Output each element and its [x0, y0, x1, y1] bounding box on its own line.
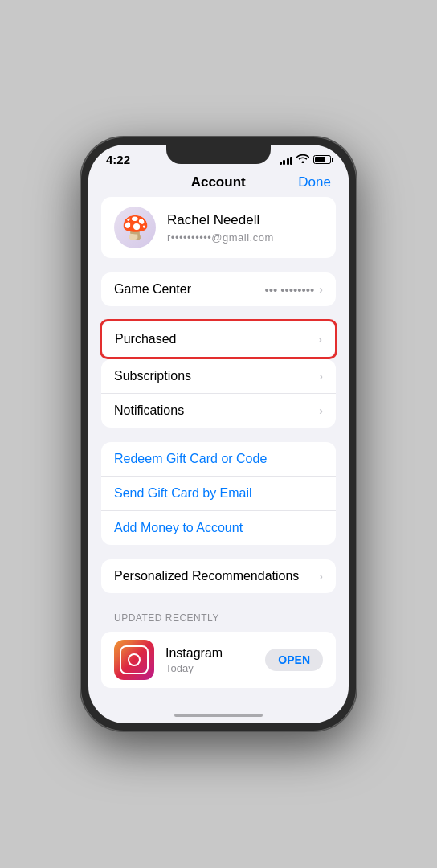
game-center-label: Game Center — [114, 282, 191, 297]
subs-notif-section: Subscriptions › Notifications › — [101, 359, 336, 428]
open-button[interactable]: OPEN — [265, 649, 323, 671]
phone-frame: 4:22 — [80, 137, 357, 731]
purchased-chevron-icon: › — [318, 333, 322, 346]
notifications-label: Notifications — [114, 403, 184, 418]
page-title: Account — [191, 174, 246, 190]
instagram-info: Instagram Today — [165, 646, 254, 674]
gift-card-section: Redeem Gift Card or Code Send Gift Card … — [101, 442, 336, 545]
purchased-row[interactable]: Purchased › — [102, 321, 335, 357]
profile-section: 🍄 Rachel Needell r••••••••••@gmail.com — [101, 197, 336, 258]
game-center-value: ••• •••••••• — [264, 283, 314, 297]
profile-row[interactable]: 🍄 Rachel Needell r••••••••••@gmail.com — [101, 197, 336, 258]
notch — [166, 145, 271, 164]
send-gift-card-label: Send Gift Card by Email — [114, 486, 252, 501]
subscriptions-row[interactable]: Subscriptions › — [101, 359, 336, 393]
updated-section-label: UPDATED RECENTLY — [101, 608, 336, 628]
battery-icon — [313, 155, 331, 164]
recommendations-section: Personalized Recommendations › — [101, 559, 336, 593]
game-center-row[interactable]: Game Center ••• •••••••• › — [101, 272, 336, 306]
avatar: 🍄 — [114, 207, 156, 248]
recommendations-chevron-icon: › — [319, 570, 323, 583]
profile-name: Rachel Needell — [167, 212, 274, 228]
wifi-icon — [296, 154, 309, 166]
subscriptions-chevron-icon: › — [319, 370, 323, 383]
instagram-updated: Today — [165, 662, 254, 674]
notifications-chevron-icon: › — [319, 404, 323, 417]
instagram-section: Instagram Today OPEN — [101, 632, 336, 688]
notifications-row[interactable]: Notifications › — [101, 393, 336, 428]
instagram-name: Instagram — [165, 646, 254, 661]
nav-bar: Account Done — [88, 170, 349, 197]
game-center-chevron-icon: › — [319, 283, 323, 296]
redeem-label: Redeem Gift Card or Code — [114, 452, 267, 466]
instagram-row: Instagram Today OPEN — [101, 632, 336, 688]
game-center-section: Game Center ••• •••••••• › — [101, 272, 336, 306]
add-money-label: Add Money to Account — [114, 521, 243, 535]
status-icons — [280, 154, 332, 166]
status-time: 4:22 — [106, 153, 130, 166]
profile-email: r••••••••••@gmail.com — [167, 231, 274, 244]
add-money-row[interactable]: Add Money to Account — [101, 510, 336, 545]
instagram-icon — [114, 640, 154, 680]
phone-screen: 4:22 — [88, 145, 349, 723]
content-area: 🍄 Rachel Needell r••••••••••@gmail.com G… — [88, 197, 349, 695]
done-button[interactable]: Done — [298, 174, 331, 190]
signal-bars-icon — [280, 155, 293, 165]
purchase-group: Purchased › Subscriptions › Notification… — [101, 319, 336, 428]
subscriptions-label: Subscriptions — [114, 369, 191, 383]
redeem-row[interactable]: Redeem Gift Card or Code — [101, 442, 336, 476]
home-indicator — [174, 714, 263, 717]
purchased-highlight: Purchased › — [100, 319, 337, 359]
send-gift-card-row[interactable]: Send Gift Card by Email — [101, 476, 336, 510]
recommendations-label: Personalized Recommendations — [114, 569, 299, 583]
profile-info: Rachel Needell r••••••••••@gmail.com — [167, 212, 274, 244]
purchased-label: Purchased — [115, 332, 177, 346]
recommendations-row[interactable]: Personalized Recommendations › — [101, 559, 336, 593]
